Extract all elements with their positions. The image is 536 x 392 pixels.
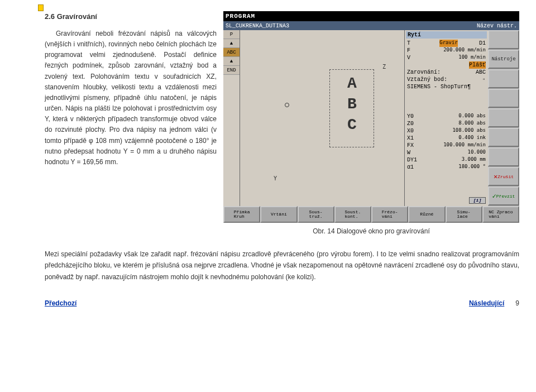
- cnc-params: Rytí TGravirD1 F200.000 mm/min V100 m/mi…: [404, 30, 488, 206]
- cnc-sidebar: Nástroje ✕Zrušit ✓Převzít: [488, 30, 519, 206]
- bb-soustkont[interactable]: Soust. kont.: [334, 206, 371, 223]
- left-end[interactable]: END: [223, 66, 240, 75]
- page-number: 9: [515, 299, 519, 307]
- canvas-text-abc: ABC: [343, 75, 361, 137]
- cnc-canvas: Z Y ABC: [240, 30, 404, 192]
- tool-name-label: Název nástr.: [477, 23, 517, 29]
- sb-6[interactable]: [488, 147, 519, 166]
- figure-caption: Obr. 14 Dialogové okno pro gravírování: [223, 227, 519, 235]
- sb-zrusit[interactable]: ✕Zrušit: [488, 167, 519, 186]
- section-heading: 2.6 Gravírování: [45, 11, 217, 23]
- param-x1: X10.400 ink: [406, 135, 487, 142]
- page-marker: [38, 4, 44, 11]
- param-v: V100 m/min: [406, 54, 487, 61]
- main-paragraph: Gravírování neboli frézování nápisů na v…: [45, 28, 217, 168]
- param-dy1: DY13.000 mm: [406, 156, 487, 164]
- param-t: TGravirD1: [406, 40, 487, 47]
- param-vztazny: Vztažný bod:▫: [406, 76, 487, 83]
- param-siemens: SIEMENS - ShopTurn¶: [406, 83, 487, 90]
- cnc-left-icons: P ▲ ABC ▲ END: [223, 30, 240, 206]
- bb-simulace[interactable]: Simu- lace: [446, 206, 482, 223]
- bb-ruzne[interactable]: Různé: [408, 206, 445, 223]
- param-f: F200.000 mm/min: [406, 47, 487, 54]
- next-link[interactable]: Následující: [469, 299, 504, 307]
- sb-3[interactable]: [488, 89, 519, 108]
- text-column: 2.6 Gravírování Gravírování neboli frézo…: [45, 11, 217, 235]
- bb-primka[interactable]: Přímka Kruh: [223, 206, 260, 223]
- param-plast: Plášť: [406, 61, 487, 69]
- left-p[interactable]: P: [223, 30, 240, 39]
- left-up1[interactable]: ▲: [223, 39, 240, 48]
- section-ryti: Rytí: [406, 31, 487, 39]
- origin-marker: [285, 103, 289, 107]
- nav-row: Předchozí Následující 9: [45, 299, 519, 307]
- param-z0: Z08.000 abs: [406, 120, 487, 127]
- sb-nastroje[interactable]: Nástroje: [488, 50, 519, 69]
- sb-0[interactable]: [488, 30, 519, 49]
- sb-2[interactable]: [488, 69, 519, 88]
- sb-4[interactable]: [488, 108, 519, 127]
- param-y0: Y00.000 abs: [406, 113, 487, 120]
- bb-vrtani[interactable]: Vrtání: [260, 206, 297, 223]
- param-a1: α1180.000 °: [406, 164, 487, 171]
- left-abc[interactable]: ABC: [223, 48, 240, 57]
- axis-y: Y: [274, 175, 277, 181]
- info-icon[interactable]: [i]: [469, 197, 486, 204]
- bb-frezovani[interactable]: Frézo- vání: [371, 206, 408, 223]
- sb-5[interactable]: [488, 128, 519, 147]
- cnc-titlebar: SL_CUKRENKA_DUTINA3 Název nástr.: [223, 21, 519, 30]
- cnc-bottom-bar: Přímka Kruh Vrtání Sous- truž. Soust. ko…: [223, 206, 519, 223]
- bb-zpracovani[interactable]: NC Zpraco vání: [482, 206, 519, 223]
- cnc-dialog: PROGRAM SL_CUKRENKA_DUTINA3 Název nástr.…: [223, 11, 519, 223]
- program-name: SL_CUKRENKA_DUTINA3: [226, 23, 289, 29]
- axis-z: Z: [382, 64, 386, 70]
- param-x0: X0108.000 abs: [406, 127, 487, 135]
- param-zarovnani: Zarovnání:ABC: [406, 69, 487, 76]
- param-fx: FX100.000 mm/min: [406, 142, 487, 149]
- bb-soustruz[interactable]: Sous- truž.: [298, 206, 334, 223]
- cnc-header: PROGRAM: [223, 11, 519, 21]
- lower-paragraph: Mezi speciální požadavky však lze zařadi…: [45, 248, 519, 283]
- sb-prevzit[interactable]: ✓Převzít: [488, 187, 519, 205]
- prev-link[interactable]: Předchozí: [45, 299, 76, 307]
- left-up2[interactable]: ▲: [223, 57, 240, 66]
- param-w: W10.000: [406, 149, 487, 156]
